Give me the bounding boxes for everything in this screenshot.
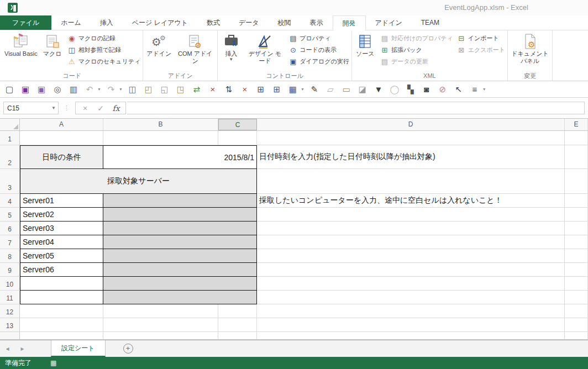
print-area-icon[interactable]: ▥: [67, 83, 80, 96]
sheet-tab-settings[interactable]: 設定シート: [51, 340, 106, 357]
row-header-5[interactable]: 5: [0, 208, 20, 222]
cell-B[interactable]: [103, 332, 218, 340]
cell-B7[interactable]: [103, 235, 257, 249]
cell-A13[interactable]: [20, 318, 103, 332]
cell-A6[interactable]: Server03: [20, 222, 103, 235]
document-panel-button[interactable]: ⚙ドキュメント パネル: [509, 31, 551, 72]
cell-E2[interactable]: [565, 145, 588, 169]
row-header-10[interactable]: 10: [0, 277, 20, 291]
edit-cell-icon[interactable]: ✎: [308, 83, 321, 96]
column-header-B[interactable]: B: [103, 119, 218, 130]
row-header-2[interactable]: 2: [0, 145, 20, 169]
cell-D[interactable]: [257, 332, 565, 340]
cell-B5[interactable]: [103, 208, 257, 222]
cell-B11[interactable]: [103, 291, 257, 304]
delete-cells-icon[interactable]: ×: [239, 83, 251, 96]
tab-file[interactable]: ファイル: [0, 15, 51, 30]
cell-B12[interactable]: [103, 304, 218, 318]
cell-E[interactable]: [565, 332, 588, 340]
borders-all-icon[interactable]: ⊞: [255, 83, 267, 96]
undo-dropdown-icon[interactable]: ▼: [97, 87, 101, 91]
cell-D5[interactable]: [257, 208, 565, 222]
cell-E4[interactable]: [565, 194, 588, 208]
run-dialog-button[interactable]: ▣ダイアログの実行: [288, 57, 349, 66]
tab-校閲[interactable]: 校閲: [269, 15, 301, 30]
paste-values-icon[interactable]: ◱: [159, 83, 171, 96]
cell-B10[interactable]: [103, 277, 257, 291]
cell-D3[interactable]: [257, 169, 565, 194]
redo-dropdown-icon[interactable]: ▼: [119, 87, 123, 91]
cell-B2[interactable]: 2015/8/1: [103, 145, 257, 169]
column-header-D[interactable]: D: [257, 119, 565, 130]
cell-D9[interactable]: [257, 263, 565, 277]
new-workbook-icon[interactable]: ▢: [3, 83, 15, 96]
name-box-dropdown-icon[interactable]: ▼: [49, 106, 58, 110]
macros-button[interactable]: マクロ: [40, 31, 65, 72]
view-code-button[interactable]: ⊙コードの表示: [288, 45, 349, 55]
macro-record-icon[interactable]: ▦: [50, 359, 56, 367]
cell-A[interactable]: [20, 332, 103, 340]
tab-挿入[interactable]: 挿入: [91, 15, 123, 30]
add-ins-button[interactable]: ⚙⚙アドイン: [144, 31, 174, 72]
break-links-icon[interactable]: ⊘: [437, 83, 449, 96]
cell-A2[interactable]: 日時の条件: [20, 145, 103, 169]
swap-values-icon[interactable]: ⇅: [223, 83, 235, 96]
cell-B9[interactable]: [103, 263, 257, 277]
delete-rows-icon[interactable]: ×: [207, 83, 219, 96]
shading-icon[interactable]: ◪: [356, 83, 369, 96]
tab-数式[interactable]: 数式: [197, 15, 229, 30]
column-header-A[interactable]: A: [20, 119, 103, 130]
tab-ページ レイアウト[interactable]: ページ レイアウト: [123, 15, 197, 30]
cell-A5[interactable]: Server02: [20, 208, 103, 222]
cell-D4[interactable]: 採取したいコンピューターを入力、途中に空白セルは入れないこと！: [257, 194, 565, 208]
print-preview-icon[interactable]: ◎: [51, 83, 64, 96]
cell-E7[interactable]: [565, 235, 588, 249]
source-button[interactable]: ソース: [353, 31, 377, 72]
cell-E6[interactable]: [565, 222, 588, 235]
merge-cells-dropdown-icon[interactable]: ▼: [301, 87, 305, 91]
row-header-7[interactable]: 7: [0, 235, 20, 249]
cell-E3[interactable]: [565, 169, 588, 194]
formula-input[interactable]: [127, 102, 585, 114]
cell-A4[interactable]: Server01: [20, 194, 103, 208]
paste-picture-icon[interactable]: ◰: [143, 83, 155, 96]
cell-D6[interactable]: [257, 222, 565, 235]
clear-shape-icon[interactable]: ▱: [324, 83, 337, 96]
cell-E1[interactable]: [565, 131, 588, 145]
cell-D13[interactable]: [257, 318, 565, 332]
borders-grid-icon[interactable]: ⊞: [271, 83, 283, 96]
cell-A10[interactable]: [20, 277, 103, 291]
cell-B13[interactable]: [103, 318, 218, 332]
record-macro-button[interactable]: ◉マクロの記録: [67, 34, 141, 43]
row-header-partial[interactable]: [0, 332, 20, 340]
insert-cells-icon[interactable]: ⇄: [191, 83, 203, 96]
cell-B6[interactable]: [103, 222, 257, 235]
toolbar-overflow-icon[interactable]: ≡: [469, 83, 481, 96]
row-header-11[interactable]: 11: [0, 291, 20, 304]
relative-references-button[interactable]: ◫相対参照で記録: [67, 45, 141, 55]
properties-button[interactable]: ▤プロパティ: [288, 34, 349, 43]
cell-A8[interactable]: Server05: [20, 249, 103, 263]
insert-function-button[interactable]: fx: [109, 104, 123, 113]
sheet-nav-left-icon[interactable]: ◂: [0, 340, 15, 357]
cell-E12[interactable]: [565, 304, 588, 318]
row-header-12[interactable]: 12: [0, 304, 20, 318]
row-header-1[interactable]: 1: [0, 131, 20, 145]
new-note-icon[interactable]: ▭: [340, 83, 353, 96]
camera-icon[interactable]: ◙: [421, 83, 433, 96]
undo-icon[interactable]: ↶: [83, 83, 96, 96]
cell-A3[interactable]: 採取対象サーバー: [20, 169, 257, 194]
copy-icon[interactable]: ◫: [127, 83, 139, 96]
cell-E11[interactable]: [565, 291, 588, 304]
insert-controls-button[interactable]: 挿入▼: [219, 31, 243, 72]
com-add-ins-button[interactable]: ⚙COM アドイン: [174, 31, 216, 72]
cell-E13[interactable]: [565, 318, 588, 332]
tab-ホーム[interactable]: ホーム: [51, 15, 91, 30]
toolbar-overflow-dropdown-icon[interactable]: ▼: [482, 87, 486, 91]
save-icon[interactable]: ▣: [19, 83, 32, 96]
cell-C[interactable]: [218, 332, 257, 340]
filter-icon[interactable]: ▼: [372, 83, 385, 96]
cell-B8[interactable]: [103, 249, 257, 263]
column-header-E[interactable]: E: [565, 119, 588, 130]
row-header-8[interactable]: 8: [0, 249, 20, 263]
